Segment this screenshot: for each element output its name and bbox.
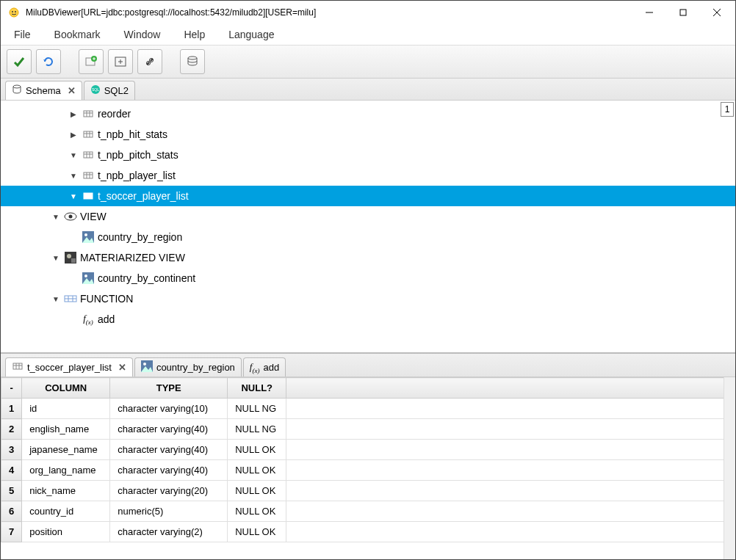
new-window-button[interactable] (108, 49, 133, 74)
menu-window[interactable]: Window (121, 27, 164, 42)
tree-node-country-by-region[interactable]: country_by_region (1, 227, 735, 247)
bottom-tab-add[interactable]: f(x)add (243, 357, 286, 377)
cell-null: NULL OK (228, 481, 286, 501)
header-rownum[interactable]: - (1, 378, 22, 399)
expand-icon[interactable]: ▶ (68, 131, 79, 139)
tree-node-materiarized-view[interactable]: ▼MATERIARIZED VIEW (1, 247, 735, 268)
cell-null: NULL NG (228, 399, 286, 419)
svg-point-49 (84, 274, 87, 277)
cell-type: character varying(40) (110, 460, 228, 481)
row-number: 3 (1, 440, 22, 460)
table-row[interactable]: 4org_lang_namecharacter varying(40)NULL … (1, 460, 735, 481)
table-icon (82, 169, 95, 182)
menubar: File Bookmark Window Help Language (1, 24, 735, 45)
vertical-scrollbar[interactable] (724, 377, 735, 559)
collapse-icon[interactable]: ▼ (51, 254, 61, 262)
eye-icon (64, 210, 77, 223)
schema-tree[interactable]: ▶reorder▶t_npb_hit_stats▼t_npb_pitch_sta… (1, 101, 735, 352)
tree-node-t-soccer-player-list[interactable]: ▼t_soccer_player_list (1, 186, 735, 206)
table-icon (12, 360, 24, 374)
svg-point-60 (143, 363, 146, 366)
cell-column: position (22, 522, 110, 542)
table-row[interactable]: 2english_namecharacter varying(40)NULL N… (1, 419, 735, 440)
tree-node-t-npb-pitch-stats[interactable]: ▼t_npb_pitch_stats (1, 145, 735, 165)
tree-node-view[interactable]: ▼VIEW (1, 206, 735, 227)
refresh-button[interactable] (36, 49, 61, 74)
tree-node-function[interactable]: ▼FUNCTION (1, 288, 735, 309)
table-row[interactable]: 3japanese_namecharacter varying(40)NULL … (1, 440, 735, 460)
window-title: MiluDBViewer[URL=jdbc:postgresql://local… (26, 7, 632, 18)
cell-type: character varying(40) (110, 440, 228, 460)
cell-type: numeric(5) (110, 501, 228, 522)
row-number: 6 (1, 501, 22, 522)
table-row[interactable]: 6country_idnumeric(5)NULL OK (1, 501, 735, 522)
maximize-button[interactable] (666, 1, 700, 23)
menu-file[interactable]: File (11, 27, 34, 42)
close-icon[interactable]: ✕ (118, 362, 126, 373)
svg-rect-47 (71, 258, 76, 263)
bottom-tab-t-soccer-player-list[interactable]: t_soccer_player_list✕ (5, 357, 133, 377)
table-icon (82, 128, 95, 141)
menu-language[interactable]: Language (226, 27, 277, 42)
bottom-tabbar: t_soccer_player_list✕country_by_regionf(… (1, 354, 735, 377)
cell-spacer (286, 399, 735, 419)
svg-point-2 (15, 11, 16, 12)
toolbar (1, 45, 735, 79)
app-window: MiluDBViewer[URL=jdbc:postgresql://local… (0, 0, 736, 560)
header-type[interactable]: TYPE (110, 378, 228, 399)
header-column[interactable]: COLUMN (22, 378, 110, 399)
svg-rect-55 (13, 363, 22, 369)
tab-sql2[interactable]: SQL SQL2 (84, 81, 135, 100)
tree-label: t_npb_pitch_stats (98, 149, 178, 161)
connect-button[interactable] (137, 49, 162, 74)
collapse-icon[interactable]: ▼ (68, 192, 79, 200)
corner-box[interactable]: 1 (721, 102, 734, 117)
svg-point-16 (188, 57, 197, 59)
tree-node-t-npb-hit-stats[interactable]: ▶t_npb_hit_stats (1, 124, 735, 145)
img-icon (141, 360, 153, 374)
fx-icon: f(x) (82, 313, 95, 326)
collapse-icon[interactable]: ▼ (51, 213, 61, 221)
minimize-button[interactable] (632, 1, 666, 23)
tab-label: t_soccer_player_list (27, 362, 112, 373)
table-icon (82, 189, 95, 203)
tab-label: add (263, 362, 279, 373)
tab-label: Schema (26, 85, 61, 96)
tree-label: MATERIARIZED VIEW (80, 252, 185, 263)
tree-node-add[interactable]: f(x)add (1, 309, 735, 330)
collapse-icon[interactable]: ▼ (51, 295, 61, 303)
func-icon (64, 292, 77, 305)
svg-rect-24 (84, 131, 93, 137)
header-null[interactable]: NULL? (228, 378, 286, 399)
cell-column: org_lang_name (22, 460, 110, 481)
sql-icon: SQL (90, 84, 101, 97)
menu-bookmark[interactable]: Bookmark (51, 27, 104, 42)
database-button[interactable] (180, 49, 205, 74)
tree-node-country-by-continent[interactable]: country_by_continent (1, 268, 735, 288)
tree-pane: 1 ▶reorder▶t_npb_hit_stats▼t_npb_pitch_s… (1, 101, 735, 354)
bottom-pane: t_soccer_player_list✕country_by_regionf(… (1, 354, 735, 559)
bottom-tab-country-by-region[interactable]: country_by_region (134, 357, 242, 377)
cell-spacer (286, 419, 735, 440)
close-icon[interactable]: ✕ (68, 85, 76, 96)
img-icon (82, 230, 95, 244)
expand-icon[interactable]: ▶ (68, 110, 79, 118)
header-spacer (286, 378, 735, 399)
tab-schema[interactable]: Schema ✕ (5, 81, 82, 100)
execute-button[interactable] (7, 49, 32, 74)
menu-help[interactable]: Help (181, 27, 208, 42)
table-row[interactable]: 1idcharacter varying(10)NULL NG (1, 399, 735, 419)
cell-spacer (286, 460, 735, 481)
close-button[interactable] (700, 1, 734, 23)
tree-node-reorder[interactable]: ▶reorder (1, 103, 735, 124)
tree-node-t-npb-player-list[interactable]: ▼t_npb_player_list (1, 165, 735, 186)
collapse-icon[interactable]: ▼ (68, 172, 79, 180)
cell-spacer (286, 481, 735, 501)
svg-rect-28 (84, 152, 93, 158)
table-row[interactable]: 5nick_namecharacter varying(20)NULL OK (1, 481, 735, 501)
collapse-icon[interactable]: ▼ (68, 151, 79, 159)
titlebar: MiluDBViewer[URL=jdbc:postgresql://local… (1, 1, 735, 24)
new-tab-button[interactable] (79, 49, 104, 74)
table-row[interactable]: 7positioncharacter varying(2)NULL OK (1, 522, 735, 542)
tree-label: t_soccer_player_list (98, 190, 189, 202)
